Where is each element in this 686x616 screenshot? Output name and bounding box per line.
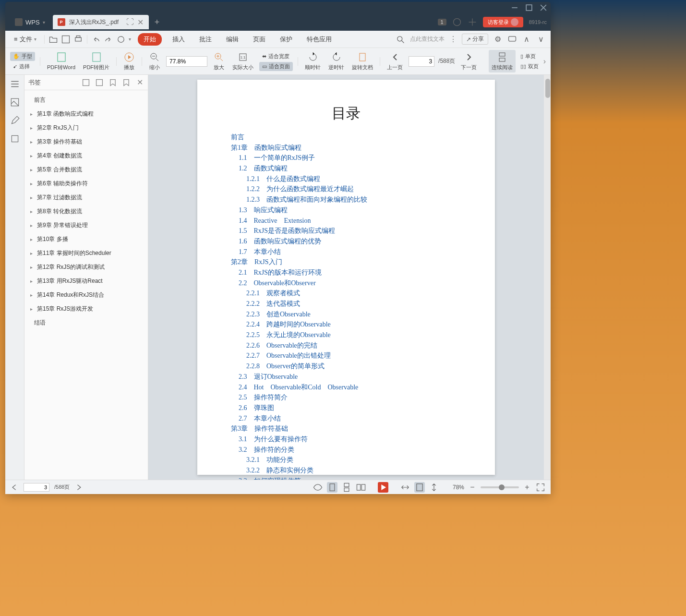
toc-link[interactable]: 2.1 RxJS的版本和运行环境 <box>239 267 461 278</box>
bookmark-item[interactable]: ▸第3章 操作符基础 <box>24 135 148 149</box>
toc-link[interactable]: 1.3 响应式编程 <box>239 205 461 216</box>
chevron-right-icon[interactable]: ▸ <box>30 111 35 117</box>
undo-icon[interactable] <box>91 35 101 44</box>
view-continuous-icon[interactable] <box>341 482 352 493</box>
presentation-icon[interactable]: ⛶ <box>127 19 133 25</box>
bookmark-item[interactable]: ▸第12章 RxJS的调试和测试 <box>24 260 148 274</box>
toc-link[interactable]: 3.1 为什么要有操作符 <box>239 434 461 445</box>
search-icon[interactable] <box>396 35 405 44</box>
menu-protect[interactable]: 保护 <box>276 33 296 46</box>
toc-link[interactable]: 2.5 操作符简介 <box>239 392 461 403</box>
file-tab[interactable]: P 深入浅出RxJS_.pdf ⛶ ✕ <box>53 15 149 29</box>
menu-page[interactable]: 页面 <box>249 33 269 46</box>
toc-link[interactable]: 2.2.7 Observable的出错处理 <box>246 350 461 361</box>
bookmark-item[interactable]: ▸第5章 合并数据流 <box>24 163 148 177</box>
toc-link[interactable]: 2.2 Observable和Observer <box>239 278 461 289</box>
sb-next-icon[interactable] <box>74 483 83 492</box>
toc-link[interactable]: 3.2.2 静态和实例分类 <box>246 465 461 476</box>
zoom-select[interactable] <box>166 56 207 67</box>
toc-link[interactable]: 1.4 Reactive Extension <box>239 216 461 226</box>
ribbon-more-icon[interactable]: › <box>543 57 546 66</box>
chevron-right-icon[interactable]: ▸ <box>30 167 35 172</box>
toc-link[interactable]: 1.2 函数式编程 <box>239 163 461 174</box>
app-icon-2[interactable] <box>468 17 477 27</box>
sb-page-input[interactable] <box>24 483 49 492</box>
zoom-out-button[interactable]: 缩小 <box>147 51 162 71</box>
toc-link[interactable]: 1.2.1 什么是函数式编程 <box>246 174 461 184</box>
tab-close-button[interactable]: ✕ <box>137 19 144 25</box>
chevron-right-icon[interactable]: ▸ <box>30 181 35 186</box>
redo-icon[interactable] <box>104 35 113 44</box>
prev-page-button[interactable]: 上一页 <box>385 51 405 71</box>
view-facing-icon[interactable] <box>356 482 366 493</box>
chevron-right-icon[interactable]: ▸ <box>30 223 35 228</box>
continuous-read-button[interactable]: 连续阅读 <box>489 50 516 72</box>
toc-link[interactable]: 2.2.6 Observable的完结 <box>246 340 461 351</box>
toc-link[interactable]: 2.3 退订Observable <box>239 372 461 382</box>
maximize-button[interactable] <box>526 4 532 11</box>
chevron-right-icon[interactable]: ▸ <box>30 125 35 131</box>
fit-height-sb-icon[interactable] <box>429 482 439 493</box>
new-tab-button[interactable]: + <box>155 17 160 27</box>
pdf-to-image-button[interactable]: PDF转图片 <box>81 51 111 71</box>
attachment-icon[interactable] <box>10 133 20 144</box>
save-icon[interactable] <box>61 35 71 44</box>
toc-link[interactable]: 1.2.3 函数式编程和面向对象编程的比较 <box>246 194 461 205</box>
bookmark-tool-3[interactable] <box>108 78 117 87</box>
fit-width-button[interactable]: ⬌适合宽度 <box>259 52 293 61</box>
comment-icon[interactable] <box>507 35 517 44</box>
toc-link[interactable]: 2.2.2 迭代器模式 <box>246 299 461 309</box>
view-single-icon[interactable] <box>327 482 337 493</box>
login-button[interactable]: 访客登录 <box>483 17 523 27</box>
scroll-thumb[interactable] <box>545 79 550 98</box>
app-icon-1[interactable] <box>452 17 462 27</box>
toc-link[interactable]: 2.4 Hot Observable和Cold Observable <box>239 382 461 393</box>
fit-width-sb-icon[interactable] <box>400 482 410 493</box>
toc-link[interactable]: 1.6 函数响应式编程的优势 <box>239 236 461 247</box>
chevron-right-icon[interactable]: ▸ <box>30 306 35 312</box>
fullscreen-icon[interactable] <box>535 482 546 493</box>
scrollbar[interactable] <box>544 75 551 480</box>
quick-access-icon[interactable] <box>116 35 126 44</box>
chevron-right-icon[interactable]: ▸ <box>30 265 35 270</box>
notification-badge[interactable]: 1 <box>438 19 446 25</box>
double-page-button[interactable]: ▯▯双页 <box>518 62 542 71</box>
toc-link[interactable]: 1.1 一个简单的RxJS例子 <box>239 153 461 163</box>
menu-start[interactable]: 开始 <box>138 33 162 46</box>
file-menu[interactable]: ≡ 文件 ▾ <box>10 33 40 46</box>
zoom-slider[interactable] <box>481 486 519 488</box>
bookmark-tool-1[interactable] <box>82 78 90 87</box>
zoom-plus-icon[interactable]: + <box>523 483 531 492</box>
bookmark-item[interactable]: ▸第13章 用RxJS驱动React <box>24 274 148 288</box>
toc-link[interactable]: 1.7 本章小结 <box>239 247 461 257</box>
bookmark-item[interactable]: ▸第1章 函数响应式编程 <box>24 107 148 121</box>
toc-link[interactable]: 2.2.1 观察者模式 <box>246 288 461 299</box>
chevron-right-icon[interactable]: ▸ <box>30 209 35 214</box>
toc-link[interactable]: 3.2.1 功能分类 <box>246 455 461 465</box>
toc-link[interactable]: 2.7 本章小结 <box>239 413 461 424</box>
toc-link[interactable]: 第2章 RxJS入门 <box>231 257 461 267</box>
hand-tool[interactable]: ✋手型 <box>10 52 35 61</box>
menu-annotate[interactable]: 批注 <box>195 33 216 46</box>
settings-icon[interactable]: ⚙ <box>493 35 503 44</box>
toc-link[interactable]: 2.6 弹珠图 <box>239 403 461 413</box>
expand-ribbon-icon[interactable]: ∨ <box>536 35 546 44</box>
chevron-right-icon[interactable]: ▸ <box>30 195 35 200</box>
toc-link[interactable]: 2.2.5 永无止境的Observable <box>246 330 461 340</box>
bookmark-item[interactable]: ▸第6章 辅助类操作符 <box>24 177 148 191</box>
eye-icon[interactable] <box>313 482 323 493</box>
play-button[interactable]: 播放 <box>121 51 137 71</box>
fit-page-sb-icon[interactable] <box>414 482 425 493</box>
bookmark-item[interactable]: ▸第7章 过滤数据流 <box>24 191 148 205</box>
menu-special[interactable]: 特色应用 <box>303 33 336 46</box>
toc-link[interactable]: 第1章 函数响应式编程 <box>231 143 461 153</box>
chevron-right-icon[interactable]: ▸ <box>30 139 35 145</box>
toc-link[interactable]: 1.2.2 为什么函数式编程最近才崛起 <box>246 184 461 194</box>
toc-link[interactable]: 3.3 如何实现操作符 <box>239 476 461 480</box>
toc-link[interactable]: 第3章 操作符基础 <box>231 423 461 434</box>
minimize-button[interactable] <box>511 4 518 11</box>
bookmark-item[interactable]: ▸第11章 掌握时间的Scheduler <box>24 246 148 260</box>
toc-link[interactable]: 1.5 RxJS是否是函数响应式编程 <box>239 226 461 236</box>
bookmark-item[interactable]: 前言 <box>24 93 148 107</box>
next-page-button[interactable]: 下一页 <box>459 51 479 71</box>
